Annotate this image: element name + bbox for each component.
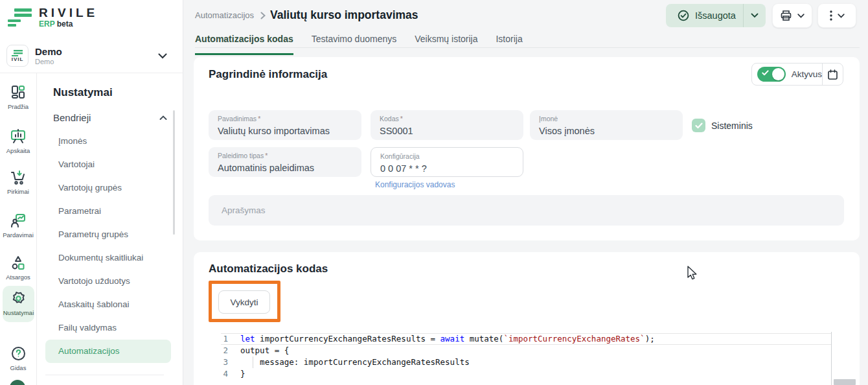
run-button[interactable]: Vykdyti bbox=[218, 290, 270, 314]
toggle-knob bbox=[772, 68, 784, 80]
page-title: Valiutų kurso importavimas bbox=[270, 8, 418, 22]
sidebar-scrollbar[interactable] bbox=[173, 110, 175, 235]
pavadinimas-value: Valiutų kurso importavimas bbox=[218, 124, 352, 137]
imone-field[interactable]: Įmonė Visos įmonės bbox=[530, 110, 683, 140]
sidebar-item-failu-valdymas[interactable]: Failų valdymas bbox=[45, 316, 171, 340]
calendar-icon[interactable] bbox=[823, 69, 843, 80]
rail-divider bbox=[36, 73, 37, 385]
configuration-guide-link[interactable]: Konfiguracijos vadovas bbox=[375, 180, 455, 189]
breadcrumb-parent[interactable]: Automatizacijos bbox=[195, 10, 254, 20]
guide-help-icon bbox=[0, 345, 36, 362]
rail-item-partial-icon[interactable] bbox=[10, 380, 25, 385]
sidebar-bottom-divider bbox=[45, 375, 164, 375]
workspace-avatar-text: IVIL bbox=[12, 57, 24, 62]
required-marker: * bbox=[265, 152, 268, 159]
rail-item-atsargos[interactable]: Atsargos bbox=[0, 255, 36, 281]
chevron-right-icon bbox=[260, 12, 266, 19]
sidebar-item-imones[interactable]: Įmonės bbox=[45, 130, 171, 153]
sidebar-item-automatizacijos[interactable]: Automatizacijos bbox=[45, 340, 171, 363]
imone-value: Visos įmonės bbox=[539, 124, 674, 137]
workspace-name: Demo bbox=[35, 46, 62, 57]
workspace-selector[interactable]: IVIL Demo Demo bbox=[6, 43, 176, 69]
line-number: 2 bbox=[221, 345, 240, 356]
code-editor[interactable]: 1 let importCurrencyExchangeRatesResults… bbox=[221, 333, 831, 380]
line-number: 1 bbox=[221, 333, 240, 345]
active-toggle[interactable] bbox=[757, 67, 786, 82]
check-icon bbox=[762, 70, 769, 76]
workspace-avatar: IVIL bbox=[6, 45, 29, 67]
settings-gear-icon bbox=[3, 290, 34, 307]
sisteminis-checkbox[interactable] bbox=[692, 119, 705, 132]
paleidimo-tipas-field[interactable]: Paleidimo tipas* Automatinis paleidimas bbox=[209, 147, 361, 177]
sidebar-item-vartotojai[interactable]: Vartotojai bbox=[45, 153, 171, 176]
saved-dropdown-caret[interactable] bbox=[744, 13, 766, 18]
sidebar-item-vartotoju-grupes[interactable]: Vartotojų grupės bbox=[45, 176, 171, 200]
rail-item-pradzia[interactable]: Pradžia bbox=[0, 84, 36, 110]
tab-bar-divider bbox=[195, 47, 860, 48]
tab-istorija[interactable]: Istorija bbox=[496, 34, 522, 55]
chevron-down-icon bbox=[838, 14, 845, 18]
tab-testavimo-duomenys[interactable]: Testavimo duomenys bbox=[312, 34, 397, 55]
rail-item-apskaita[interactable]: Apskaita bbox=[0, 128, 36, 154]
sidebar-menu: Įmonės Vartotojai Vartotojų grupės Param… bbox=[45, 130, 171, 363]
konfiguracija-value: 0 0 07 * * ? bbox=[380, 162, 514, 175]
card-title: Automatizacijos kodas bbox=[209, 262, 328, 275]
breadcrumb: Automatizacijos bbox=[195, 10, 272, 20]
rail-item-pardavimai[interactable]: Pardavimai bbox=[0, 213, 36, 239]
kodas-field[interactable]: Kodas* SS0001 bbox=[371, 110, 523, 140]
rail-item-gidas[interactable]: Gidas bbox=[0, 345, 36, 371]
sisteminis-label: Sisteminis bbox=[711, 121, 753, 131]
paleidimo-tipas-value: Automatinis paleidimas bbox=[218, 161, 352, 174]
sidebar-item-vartotojo-uzduotys[interactable]: Vartotojo užduotys bbox=[45, 270, 171, 293]
home-grid-icon bbox=[0, 84, 36, 101]
sidebar-item-parametru-grupes[interactable]: Parametrų grupės bbox=[45, 223, 171, 246]
brand-erp: ERP bbox=[39, 19, 55, 29]
accounting-board-icon bbox=[0, 128, 36, 145]
active-toggle-label: Aktyvus bbox=[792, 69, 822, 79]
rail-item-pirkimai[interactable]: Pirkimai bbox=[0, 169, 36, 195]
left-panel: RIVILE ERPbeta IVIL Demo Demo bbox=[0, 0, 183, 385]
rivile-lines-icon bbox=[6, 6, 32, 29]
editor-indent-guide bbox=[253, 356, 253, 368]
printer-icon bbox=[780, 10, 792, 21]
pavadinimas-field[interactable]: Pavadinimas* Valiutų kurso importavimas bbox=[209, 110, 361, 140]
automation-code-card: Automatizacijos kodas Vykdyti 1 let impo… bbox=[194, 252, 860, 385]
sidebar-title: Nustatymai bbox=[53, 86, 113, 99]
sisteminis-row: Sisteminis bbox=[692, 119, 753, 132]
tab-automatizacijos-kodas[interactable]: Automatizacijos kodas bbox=[195, 34, 293, 55]
brand-beta: beta bbox=[57, 19, 73, 29]
required-marker: * bbox=[258, 115, 260, 122]
sidebar-group-bendrieji[interactable]: Bendrieji bbox=[53, 112, 167, 123]
rail-item-nustatymai[interactable]: Nustatymai bbox=[3, 286, 34, 322]
general-info-card: Pagrindinė informacija Aktyvus Pavadinim… bbox=[194, 57, 860, 240]
sidebar-item-dokumentu-skaitliukai[interactable]: Dokumentų skaitliukai bbox=[45, 246, 171, 270]
purchases-cart-icon bbox=[0, 169, 36, 186]
saved-split-button[interactable]: Išsaugota bbox=[666, 4, 766, 27]
inventory-shapes-icon bbox=[0, 255, 36, 272]
line-number: 3 bbox=[221, 356, 240, 368]
sidebar-item-ataskaitu-sablonai[interactable]: Ataskaitų šablonai bbox=[45, 293, 171, 316]
tab-veiksmu-istorija[interactable]: Veiksmų istorija bbox=[415, 34, 477, 55]
chevron-down-icon bbox=[797, 14, 805, 18]
kebab-menu-icon bbox=[830, 10, 832, 21]
chevron-up-icon bbox=[159, 115, 167, 121]
konfiguracija-field[interactable]: Konfigūracija 0 0 07 * * ? bbox=[371, 147, 523, 177]
code-line: 1 let importCurrencyExchangeRatesResults… bbox=[221, 333, 831, 345]
more-actions-button[interactable] bbox=[817, 3, 856, 28]
code-line: 4 } bbox=[221, 368, 831, 380]
active-toggle-group: Aktyvus bbox=[751, 63, 843, 86]
code-line: 2 output = { bbox=[221, 345, 831, 356]
required-marker: * bbox=[400, 115, 403, 122]
card-title: Pagrindinė informacija bbox=[209, 68, 327, 81]
check-circle-icon bbox=[678, 10, 689, 21]
code-line: 3 message: importCurrencyExchangeRatesRe… bbox=[221, 356, 831, 368]
print-dropdown-button[interactable] bbox=[772, 3, 812, 28]
description-textarea[interactable]: Aprašymas bbox=[209, 195, 844, 226]
chevron-down-icon bbox=[158, 53, 167, 59]
saved-button-label: Išsaugota bbox=[695, 10, 736, 21]
sidebar-item-parametrai[interactable]: Parametrai bbox=[45, 200, 171, 223]
tab-bar: Automatizacijos kodas Testavimo duomenys… bbox=[195, 34, 523, 55]
saved-button-main[interactable]: Išsaugota bbox=[666, 10, 743, 21]
workspace-detail: Demo bbox=[35, 58, 158, 66]
editor-scrollbar-thumb[interactable] bbox=[834, 379, 856, 385]
